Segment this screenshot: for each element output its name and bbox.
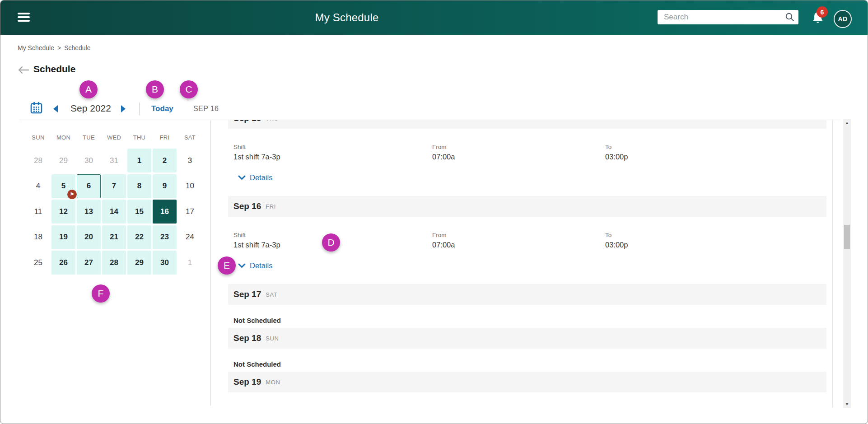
top-bar: My Schedule 6 AD — [0, 0, 868, 35]
shift-entry: Shift1st shift 7a-3p From07:00a To03:00p… — [228, 129, 832, 196]
weekday-label: TUE — [77, 134, 101, 141]
calendar-day-12[interactable]: 12 — [51, 200, 75, 224]
from-value: 07:00a — [432, 153, 605, 161]
to-value: 03:00p — [605, 153, 827, 161]
calendar-day-20[interactable]: 20 — [77, 225, 101, 249]
calendar-day-1[interactable]: 1 — [127, 149, 151, 172]
scrollbar-track[interactable]: ▲ ▼ — [843, 119, 851, 408]
page-title: Schedule — [33, 64, 75, 75]
to-value: 03:00p — [605, 241, 827, 249]
calendar-day-3[interactable]: 3 — [178, 149, 202, 172]
calendar-day-14[interactable]: 14 — [102, 200, 126, 224]
from-label: From — [432, 232, 605, 238]
calendar-day-29[interactable]: 29 — [51, 149, 75, 172]
weekday-header-row: SUNMONTUEWEDTHUFRISAT — [26, 134, 202, 141]
calendar-day-28[interactable]: 28 — [26, 149, 50, 172]
day-header-date: Sep 19 — [233, 377, 261, 387]
calendar-day-17[interactable]: 17 — [178, 200, 202, 224]
calendar-day-5[interactable]: 5⚑ — [51, 174, 75, 198]
to-label: To — [605, 144, 827, 150]
calendar-icon[interactable] — [30, 102, 42, 116]
calendar-day-27[interactable]: 27 — [77, 251, 101, 275]
scrollbar-thumb[interactable] — [844, 225, 850, 249]
annotation-marker-D: D — [322, 233, 340, 252]
day-header: Sep 19MON — [228, 372, 826, 392]
chevron-down-icon — [238, 263, 246, 268]
day-header-date: Sep 17 — [233, 289, 261, 299]
day-header-dow: FRI — [266, 203, 276, 210]
calendar-day-29[interactable]: 29 — [127, 251, 151, 275]
selected-date-label: SEP 16 — [193, 105, 219, 113]
weekday-label: THU — [127, 134, 151, 141]
app-title: My Schedule — [315, 11, 379, 24]
search-icon[interactable] — [785, 12, 795, 24]
calendar-day-26[interactable]: 26 — [51, 251, 75, 275]
day-header-date: Sep 15 — [233, 120, 261, 123]
calendar-day-18[interactable]: 18 — [26, 225, 50, 249]
app-window: My Schedule 6 AD My Schedule>Schedule Sc… — [0, 0, 868, 424]
calendar-day-28[interactable]: 28 — [102, 251, 126, 275]
to-label: To — [605, 232, 827, 238]
not-scheduled-text: Not Scheduled — [228, 349, 832, 372]
details-link[interactable]: Details — [238, 173, 272, 182]
breadcrumb-current: Schedule — [64, 44, 90, 51]
calendar-day-9[interactable]: 9 — [153, 174, 177, 198]
breadcrumb-parent[interactable]: My Schedule — [18, 44, 54, 51]
avatar[interactable]: AD — [834, 10, 852, 28]
breadcrumb: My Schedule>Schedule — [18, 44, 91, 51]
calendar-day-22[interactable]: 22 — [127, 225, 151, 249]
calendar-day-6[interactable]: 6 — [77, 174, 101, 198]
calendar-day-8[interactable]: 8 — [127, 174, 151, 198]
shift-label: Shift — [233, 144, 432, 150]
weekday-label: SAT — [178, 134, 202, 141]
back-arrow-icon[interactable] — [18, 66, 29, 76]
calendar-day-24[interactable]: 24 — [178, 225, 202, 249]
day-header: Sep 16FRI — [228, 196, 826, 217]
annotation-marker-A: A — [79, 80, 98, 98]
day-header-date: Sep 16 — [233, 201, 261, 211]
calendar-day-16[interactable]: 16 — [153, 200, 177, 224]
calendar-day-23[interactable]: 23 — [153, 225, 177, 249]
calendar-day-7[interactable]: 7 — [102, 174, 126, 198]
not-scheduled-text: Not Scheduled — [228, 305, 832, 328]
calendar-day-15[interactable]: 15 — [127, 200, 151, 224]
calendar-day-4[interactable]: 4 — [26, 174, 50, 198]
nav-divider — [139, 103, 140, 115]
panel-divider — [210, 120, 211, 405]
scrollbar-down-arrow[interactable]: ▼ — [843, 401, 851, 408]
chevron-down-icon — [238, 175, 246, 180]
shift-value: 1st shift 7a-3p — [233, 153, 432, 161]
annotation-marker-E: E — [218, 256, 236, 275]
calendar-day-1[interactable]: 1 — [178, 251, 202, 275]
calendar-day-30[interactable]: 30 — [153, 251, 177, 275]
day-header-dow: SAT — [266, 291, 277, 298]
shift-entry: Shift1st shift 7a-3p From07:00a To03:00p… — [228, 217, 832, 284]
annotation-marker-C: C — [180, 80, 198, 98]
day-header-date: Sep 18 — [233, 333, 261, 343]
notification-count-badge: 6 — [817, 6, 828, 18]
annotation-marker-B: B — [146, 80, 164, 98]
calendar-day-2[interactable]: 2 — [153, 149, 177, 172]
weekday-label: FRI — [153, 134, 177, 141]
calendar-day-31[interactable]: 31 — [102, 149, 126, 172]
calendar-day-13[interactable]: 13 — [77, 200, 101, 224]
schedule-list: Sep 15THU Shift1st shift 7a-3p From07:00… — [228, 120, 833, 408]
search-input[interactable] — [658, 10, 798, 24]
weekday-label: WED — [102, 134, 126, 141]
previous-month-arrow[interactable] — [53, 105, 58, 112]
weekday-label: SUN — [26, 134, 50, 141]
calendar-day-25[interactable]: 25 — [26, 251, 50, 275]
next-month-arrow[interactable] — [121, 105, 126, 112]
hamburger-menu-icon[interactable] — [18, 13, 30, 22]
calendar-day-11[interactable]: 11 — [26, 200, 50, 224]
calendar-day-30[interactable]: 30 — [77, 149, 101, 172]
day-header: Sep 15THU — [228, 120, 826, 129]
holiday-icon: ⚑ — [67, 190, 77, 199]
details-link[interactable]: Details — [238, 261, 272, 270]
today-button[interactable]: Today — [151, 104, 173, 113]
calendar-day-10[interactable]: 10 — [178, 174, 202, 198]
mini-calendar-grid: 2829303112345⚑67891011121314151617181920… — [26, 149, 202, 275]
calendar-day-19[interactable]: 19 — [51, 225, 75, 249]
scrollbar-up-arrow[interactable]: ▲ — [843, 120, 851, 126]
calendar-day-21[interactable]: 21 — [102, 225, 126, 249]
